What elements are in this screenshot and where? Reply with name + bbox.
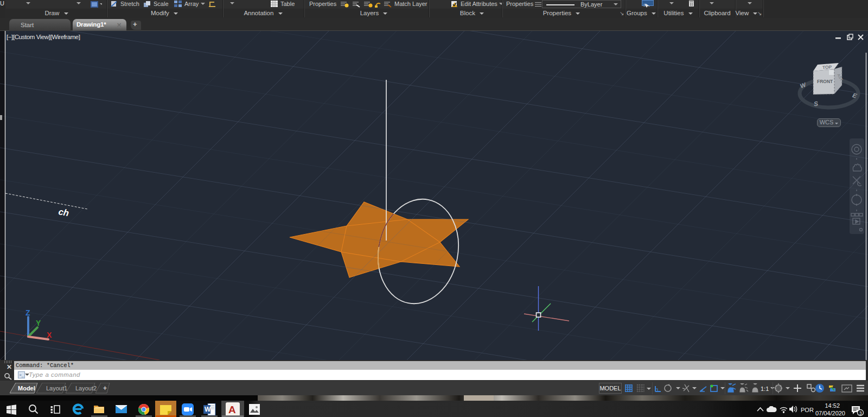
svg-text:W: W [205, 406, 211, 413]
svg-text:X: X [47, 331, 52, 339]
svg-text:ch: ch [58, 206, 69, 218]
svg-text:TOP: TOP [822, 64, 832, 71]
svg-text:Z: Z [25, 308, 30, 317]
svg-text:FRONT: FRONT [817, 79, 833, 84]
svg-text:S: S [813, 100, 819, 107]
svg-text:3: 3 [859, 410, 862, 416]
svg-text:1:1: 1:1 [761, 386, 769, 392]
svg-text:Y: Y [36, 319, 41, 327]
